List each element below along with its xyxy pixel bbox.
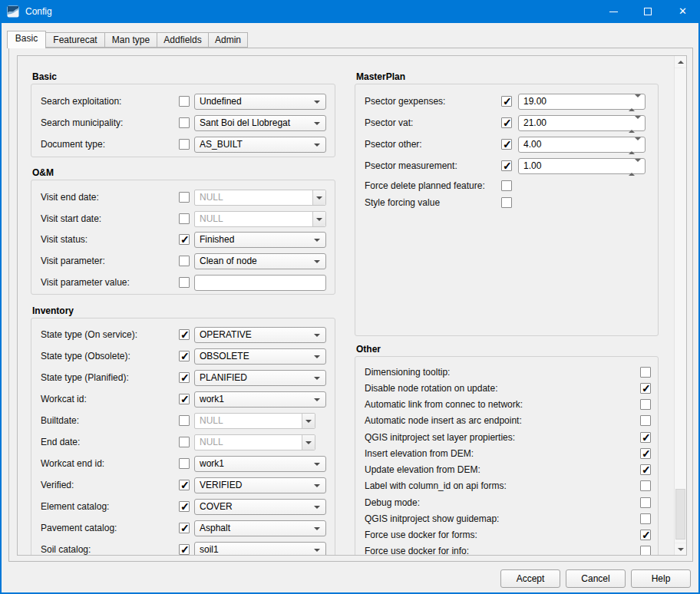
scrollbar-thumb[interactable]	[675, 489, 685, 540]
dropdown-field[interactable]: Undefined	[194, 94, 326, 110]
checkbox[interactable]	[640, 432, 651, 443]
tab-admin[interactable]: Admin	[208, 32, 248, 48]
dropdown-button[interactable]	[312, 190, 325, 205]
checkbox[interactable]	[179, 96, 190, 107]
checkbox[interactable]	[179, 329, 190, 340]
dropdown-field[interactable]: Asphalt	[194, 520, 326, 536]
tab-featurecat[interactable]: Featurecat	[45, 32, 105, 48]
checkbox[interactable]	[640, 448, 651, 459]
dropdown-field[interactable]: Finished	[194, 232, 326, 248]
checkbox[interactable]	[179, 544, 190, 555]
null-dropdown-field[interactable]: NULL	[194, 211, 326, 227]
checkbox[interactable]	[179, 277, 190, 288]
checkbox[interactable]	[640, 480, 651, 491]
dropdown-field[interactable]: COVER	[194, 499, 326, 515]
tab-basic[interactable]: Basic	[7, 31, 46, 48]
checkbox[interactable]	[179, 394, 190, 404]
tab-addfields[interactable]: Addfields	[157, 32, 209, 48]
form-row: Psector gexpenses: 19.00	[355, 94, 658, 110]
dropdown-field[interactable]: OBSOLETE	[194, 348, 326, 365]
checkbox[interactable]	[179, 213, 190, 224]
dropdown-field[interactable]: work1	[194, 391, 326, 408]
checkbox[interactable]	[501, 180, 512, 191]
app-logo-icon	[7, 5, 19, 18]
vertical-scrollbar[interactable]	[674, 56, 686, 555]
checkbox[interactable]	[501, 160, 512, 171]
cancel-button[interactable]: Cancel	[566, 569, 626, 588]
chevron-down-icon	[314, 144, 320, 147]
spin-up-icon[interactable]	[629, 119, 635, 133]
text-field[interactable]	[194, 275, 326, 291]
spin-down-icon[interactable]	[635, 159, 641, 173]
minimize-button[interactable]	[596, 0, 631, 23]
checkbox[interactable]	[179, 501, 190, 512]
form-row: Psector measurement: 1.00	[355, 158, 658, 174]
checkbox[interactable]	[640, 367, 651, 378]
dropdown-field[interactable]: Sant Boi del Llobregat	[194, 115, 326, 131]
dropdown-field[interactable]: PLANIFIED	[194, 370, 326, 386]
checkbox[interactable]	[640, 546, 651, 556]
dropdown-field[interactable]: soil1	[194, 542, 326, 556]
tab-pane: Basic Search exploitation: Undefined Sea…	[8, 48, 693, 562]
checkbox[interactable]	[501, 197, 512, 208]
checkbox[interactable]	[179, 256, 190, 266]
checkbox[interactable]	[179, 437, 190, 447]
checkbox[interactable]	[640, 513, 651, 524]
checkbox[interactable]	[179, 234, 190, 245]
checkbox[interactable]	[179, 192, 190, 203]
spin-down-icon[interactable]	[635, 94, 641, 108]
spin-field[interactable]: 1.00	[518, 158, 646, 174]
maximize-button[interactable]	[631, 0, 665, 23]
dropdown-field[interactable]: OPERATIVE	[194, 327, 326, 343]
checkbox[interactable]	[179, 415, 190, 426]
tab-bar: Basic Featurecat Man type Addfields Admi…	[8, 31, 248, 48]
spin-field[interactable]: 4.00	[518, 137, 646, 153]
checkbox[interactable]	[501, 96, 512, 107]
accept-button[interactable]: Accept	[500, 569, 560, 588]
checkbox[interactable]	[179, 480, 190, 490]
checkbox[interactable]	[640, 399, 651, 410]
spin-field[interactable]: 21.00	[518, 115, 646, 131]
checkbox[interactable]	[501, 117, 512, 128]
scroll-up-button[interactable]	[675, 56, 687, 68]
checkbox[interactable]	[179, 139, 190, 150]
chevron-down-icon	[314, 549, 320, 552]
dropdown-field[interactable]: AS_BUILT	[194, 137, 326, 153]
close-button[interactable]: ✕	[665, 0, 700, 23]
group-inventory: Inventory State type (On service): OPERA…	[31, 318, 335, 556]
chevron-down-icon	[314, 334, 320, 337]
spin-up-icon[interactable]	[629, 140, 635, 154]
title-bar[interactable]: Config ✕	[0, 0, 700, 23]
help-button[interactable]: Help	[631, 569, 691, 588]
spin-down-icon[interactable]	[635, 137, 641, 151]
dropdown-field[interactable]: Clean of node	[194, 253, 326, 269]
spin-up-icon[interactable]	[629, 97, 635, 111]
scroll-down-button[interactable]	[675, 543, 687, 555]
checkbox[interactable]	[640, 415, 651, 426]
spin-up-icon[interactable]	[629, 162, 635, 176]
checkbox[interactable]	[640, 497, 651, 508]
null-dropdown-field[interactable]: NULL	[194, 190, 326, 206]
checkbox[interactable]	[179, 372, 190, 383]
form-row: Insert elevation from DEM:	[355, 446, 658, 462]
null-dropdown-field[interactable]: NULL	[194, 434, 315, 450]
group-other: Other Dimensioning tooltip: Disable node…	[355, 356, 659, 556]
tab-man-type[interactable]: Man type	[104, 32, 157, 48]
checkbox[interactable]	[640, 464, 651, 475]
checkbox[interactable]	[179, 117, 190, 128]
dropdown-button[interactable]	[302, 435, 315, 450]
spin-field[interactable]: 19.00	[518, 94, 646, 110]
spin-down-icon[interactable]	[635, 116, 641, 130]
null-dropdown-field[interactable]: NULL	[194, 413, 315, 429]
dropdown-button[interactable]	[312, 212, 325, 226]
checkbox[interactable]	[179, 458, 190, 469]
checkbox[interactable]	[501, 139, 512, 150]
checkbox[interactable]	[179, 351, 190, 361]
dropdown-field[interactable]: VERIFIED	[194, 477, 326, 493]
form-row: Psector vat: 21.00	[355, 115, 658, 131]
dropdown-field[interactable]: work1	[194, 456, 326, 472]
checkbox[interactable]	[640, 383, 651, 394]
checkbox[interactable]	[640, 530, 651, 540]
checkbox[interactable]	[179, 523, 190, 533]
dropdown-button[interactable]	[302, 414, 315, 428]
